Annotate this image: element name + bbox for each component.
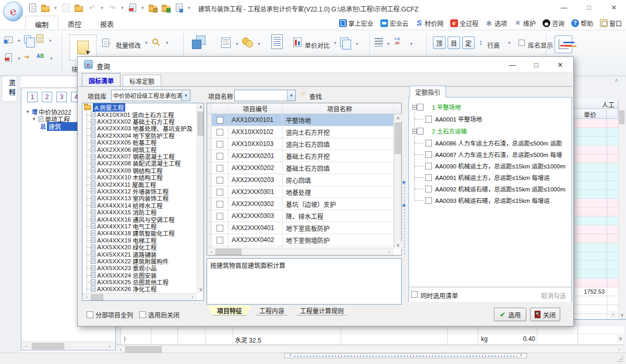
guide-row[interactable]: AA0087 人力车运土方石渣，总运距≤500m 每增 (409, 149, 571, 160)
category-item[interactable]: AXX2XXX09 钢结构工程 (82, 167, 197, 174)
swap-dropdown-icon[interactable]: ▼ (49, 56, 54, 61)
notes-dropdown-icon[interactable]: ▼ (235, 42, 239, 46)
collapse-icon[interactable] (412, 129, 417, 134)
category-item[interactable]: AXX4XXX14 给排水工程 (82, 202, 197, 209)
splitter-arrow-icon[interactable]: ∧ (520, 353, 522, 357)
layers-icon[interactable] (192, 35, 206, 49)
quick-link[interactable]: 窗口 (600, 19, 622, 28)
guide-checkbox[interactable] (425, 174, 432, 181)
decimal-dropdown-icon[interactable]: ▼ (409, 42, 414, 46)
export-doc-icon[interactable] (127, 3, 138, 13)
new-file-icon[interactable] (27, 3, 38, 13)
table-row[interactable] (574, 119, 618, 128)
category-item[interactable]: AXX2XXX10 木结构工程 (82, 174, 197, 181)
table-row[interactable] (574, 137, 618, 145)
category-item[interactable]: AXX5XXX21 道路铺装 (82, 251, 197, 258)
export-dropdown-icon[interactable]: ▼ (140, 6, 145, 10)
quick-link[interactable]: 宏业云 (380, 19, 408, 28)
guide-checkbox[interactable] (425, 140, 432, 147)
category-item[interactable]: AXX2XXX07 钢筋混凝土工程 (82, 153, 197, 160)
swap-ab-icon[interactable]: AB (37, 53, 44, 59)
scroll-up-icon[interactable]: ∧ (394, 114, 402, 122)
table-row[interactable]: AXX2XXX0301 地基处理 (207, 186, 394, 198)
copy-pages-icon[interactable] (340, 38, 348, 47)
guide-row[interactable]: AA0092 机械运石碴，总运距≤15km 运距≤1000m (409, 183, 571, 195)
also-select-checkbox[interactable] (411, 291, 418, 298)
category-item[interactable]: AXX3XXX12 外墙装饰工程 (82, 188, 197, 195)
category-item[interactable]: AXX4XXX18 建筑智能化工程 (82, 230, 197, 237)
maximize-button[interactable]: □ (579, 0, 599, 15)
row-checkbox[interactable] (216, 129, 223, 136)
guide-checkbox[interactable] (425, 197, 432, 204)
list-vertical-scrollbar[interactable]: ∧ ∨ (394, 114, 401, 249)
scroll-right-icon[interactable]: › (386, 249, 393, 255)
scrollbar-thumb[interactable] (198, 112, 203, 136)
level-button[interactable]: 2 (42, 92, 52, 102)
row-checkbox[interactable] (216, 117, 223, 124)
horizontal-splitter[interactable]: ∧ ∧ (284, 353, 527, 358)
expand-all-checkbox[interactable] (87, 311, 93, 318)
category-item[interactable]: AXX2XXX03 地基处理、基坑支护及 (82, 125, 197, 132)
also-select-label[interactable]: 同时选用清单 (420, 291, 458, 300)
table-row[interactable]: AXX2XXX0202 基础土石方回填 (207, 162, 394, 174)
table-row[interactable] (574, 225, 618, 234)
row-checkbox[interactable] (216, 225, 223, 232)
scroll-left-icon[interactable]: ‹ (83, 294, 90, 300)
scroll-left-icon[interactable]: ‹ (22, 343, 30, 349)
doc-red-icon[interactable] (5, 53, 12, 62)
unit-compare-label[interactable]: 单价对比 (305, 41, 330, 50)
quick-link[interactable]: 选项 (485, 19, 507, 28)
row-checkbox[interactable] (216, 177, 223, 184)
table-row[interactable] (574, 128, 618, 137)
expand-icon[interactable]: ▼ (31, 117, 37, 122)
scroll-right-icon[interactable]: › (189, 294, 196, 300)
project-name-combobox[interactable]: ▼ (234, 90, 296, 101)
table-row[interactable] (574, 190, 618, 199)
unit-price-value[interactable]: 1752.53 (574, 287, 607, 296)
row-lines-dropdown-icon[interactable]: ▼ (386, 42, 391, 46)
quick-link[interactable]: 维护 (514, 19, 536, 28)
collapse-icon[interactable] (412, 105, 417, 110)
dialog-tab-standard-quota[interactable]: 标准定额 (123, 75, 161, 86)
table-row[interactable] (574, 199, 618, 208)
category-vertical-scrollbar[interactable]: ∧ ∨ (197, 103, 204, 293)
horizontal-scrollbar[interactable]: ‹ › (116, 345, 624, 353)
splitter-arrow-icon[interactable]: ▶ (403, 203, 406, 208)
category-item[interactable]: AXX2XXX06 砌筑工程 (82, 146, 197, 153)
row-checkbox[interactable] (216, 201, 223, 208)
lib-display-label[interactable]: 库名显示 (528, 41, 553, 50)
decimal-icon[interactable]: +.0.00 (394, 37, 400, 45)
resize-grip[interactable] (618, 357, 623, 362)
coins-dropdown-icon[interactable]: ▼ (257, 42, 261, 46)
table-row[interactable] (574, 252, 618, 261)
scroll-left-icon[interactable]: ‹ (117, 346, 124, 353)
quick-link[interactable]: 材价网 (415, 19, 443, 28)
insert-dropdown-icon[interactable]: ▼ (17, 39, 21, 43)
quick-link[interactable]: 咨询 (543, 19, 564, 28)
table-row[interactable]: AXX2XXX0203 房心回填 (207, 174, 394, 186)
guide-row[interactable]: AA0090 机械运土方，总运距≤15km 运距≤1000m (409, 160, 571, 172)
material-unit[interactable]: kg (481, 335, 488, 343)
ribbon-tab[interactable]: 编制 (25, 16, 58, 30)
paste-icon[interactable] (37, 34, 43, 43)
table-row[interactable] (574, 145, 618, 154)
material-name[interactable]: 水泥 32.5 (235, 335, 261, 344)
insert-row-icon[interactable] (5, 35, 12, 44)
scrollbar-thumb[interactable] (125, 346, 162, 353)
save-icon[interactable] (61, 3, 71, 13)
unit-compare-dropdown-icon[interactable]: ▼ (333, 41, 338, 45)
undo-dropdown-icon[interactable]: ▼ (100, 6, 104, 10)
table-row[interactable] (574, 154, 618, 163)
scrollbar-thumb[interactable] (619, 111, 624, 124)
edit-doc-icon[interactable] (174, 3, 184, 13)
scatter-chart-button[interactable] (555, 35, 572, 53)
coins-icon[interactable] (242, 38, 252, 47)
splitter-arrow-icon[interactable]: ▶ (403, 180, 406, 185)
folder-lock-icon[interactable] (148, 3, 158, 13)
category-item[interactable]: AXX3XXX13 室内装饰工程 (82, 195, 197, 202)
folder-add-icon[interactable] (161, 3, 171, 13)
category-item[interactable]: AXX4XXX16 通风与空调工程 (82, 216, 197, 223)
category-item[interactable]: AXX2XXX08 装配式混凝土工程 (82, 160, 197, 167)
table-row[interactable]: AXX10XX0103 竖向土石方回填 (207, 138, 394, 150)
batch-modify-dropdown-icon[interactable]: ▼ (144, 41, 149, 45)
